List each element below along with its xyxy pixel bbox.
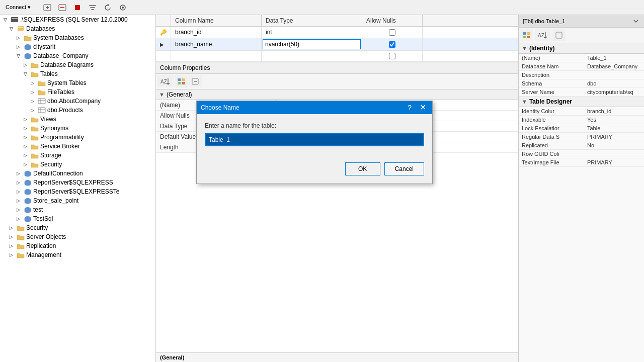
system-databases-expand[interactable]: ▷	[14, 34, 22, 42]
right-sort-button[interactable]: AZ	[535, 29, 551, 41]
sidebar-item-tables[interactable]: ▽ Tables	[0, 69, 155, 78]
citystarit-expand[interactable]: ▷	[14, 43, 22, 51]
new-connection-button[interactable]	[41, 2, 54, 13]
tables-expand[interactable]: ▽	[21, 70, 29, 78]
storage-expand[interactable]: ▷	[21, 151, 29, 159]
reportserver2-expand[interactable]: ▷	[14, 188, 22, 196]
dialog-help-button[interactable]: ?	[408, 104, 412, 112]
folder-icon-management	[17, 251, 25, 258]
sidebar-item-security-root[interactable]: ▷ Security	[0, 223, 155, 232]
root-server-item[interactable]: ▽ .\SQLEXPRESS (SQL Server 12.0.2000	[0, 15, 155, 24]
properties-dropdown-icon[interactable]	[632, 17, 640, 25]
right-props-row-db-name: Database Nam Database_Company	[519, 62, 644, 71]
sidebar-item-test[interactable]: ▷ test	[0, 205, 155, 214]
properties-button[interactable]	[116, 2, 129, 13]
row3-type-cell[interactable]	[262, 51, 362, 61]
sidebar-item-storage[interactable]: ▷ Storage	[0, 151, 155, 160]
dbo-aboutcompany-expand[interactable]: ▷	[28, 97, 36, 105]
right-val-db-name: Database_Company	[584, 62, 644, 70]
row3-allow-nulls-checkbox[interactable]	[389, 53, 395, 59]
row3-null-cell[interactable]	[362, 51, 423, 61]
sidebar-item-citystarit[interactable]: ▷ citystarit	[0, 42, 155, 51]
right-val-text-image: PRIMARY	[584, 158, 644, 166]
sidebar-item-views[interactable]: ▷ Views	[0, 115, 155, 124]
refresh-button[interactable]	[101, 2, 114, 13]
sidebar-item-dbo-aboutcompany[interactable]: ▷ dbo.AboutCompany	[0, 97, 155, 106]
file-tables-expand[interactable]: ▷	[28, 88, 36, 96]
identity-section-header[interactable]: ▼ (Identity)	[519, 43, 644, 54]
row2-null-cell[interactable]	[362, 38, 423, 50]
disconnect-button[interactable]	[56, 2, 69, 13]
replication-expand[interactable]: ▷	[7, 242, 15, 250]
props-sort-alpha-button[interactable]: AZ	[157, 75, 174, 87]
sidebar-item-databases-label: Databases	[26, 25, 55, 32]
row3-name-cell[interactable]	[171, 51, 262, 61]
general-section-header[interactable]: ▼ (General)	[156, 89, 518, 100]
table-icon-aboutcompany	[38, 98, 46, 105]
table-designer-section-header[interactable]: ▼ Table Designer	[519, 97, 644, 107]
sidebar-item-reportserver1[interactable]: ▷ ReportServer$SQLEXPRESS	[0, 178, 155, 187]
sidebar-item-dbo-products[interactable]: ▷ dbo.Products	[0, 106, 155, 115]
sidebar-item-replication[interactable]: ▷ Replication	[0, 241, 155, 250]
sidebar-item-programmability[interactable]: ▷ Programmability	[0, 133, 155, 142]
db-diagrams-expand[interactable]: ▷	[21, 61, 29, 69]
row2-type-cell[interactable]	[262, 38, 362, 50]
sidebar-item-file-tables[interactable]: ▷ FileTables	[0, 87, 155, 97]
programmability-expand[interactable]: ▷	[21, 133, 29, 141]
row2-data-type-input[interactable]	[263, 39, 361, 49]
sidebar-item-service-broker[interactable]: ▷ Service Broker	[0, 142, 155, 151]
sidebar-item-management[interactable]: ▷ Management	[0, 250, 155, 259]
sidebar-item-reportserver2[interactable]: ▷ ReportServer$SQLEXPRESSTe	[0, 187, 155, 196]
security-root-expand[interactable]: ▷	[7, 224, 15, 232]
store-sale-expand[interactable]: ▷	[14, 197, 22, 205]
props-extra-button[interactable]	[189, 75, 202, 87]
sidebar-item-db-diagrams[interactable]: ▷ Database Diagrams	[0, 60, 155, 69]
props-categorized-button[interactable]	[175, 75, 188, 87]
sidebar-item-synonyms[interactable]: ▷ Synonyms	[0, 124, 155, 133]
default-connection-expand[interactable]: ▷	[14, 169, 22, 177]
dialog-label-text: Enter a name for the table:	[205, 122, 424, 129]
svg-rect-11	[38, 99, 45, 104]
row2-column-name: branch_name	[175, 41, 212, 48]
filter-button[interactable]	[86, 2, 99, 13]
security-db-expand[interactable]: ▷	[21, 160, 29, 168]
synonyms-expand[interactable]: ▷	[21, 124, 29, 132]
sidebar-item-system-databases[interactable]: ▷ System Databases	[0, 33, 155, 42]
table-name-input[interactable]	[205, 133, 424, 146]
dialog-close-button[interactable]: ✕	[418, 104, 428, 112]
testsql-expand[interactable]: ▷	[14, 215, 22, 223]
service-broker-expand[interactable]: ▷	[21, 142, 29, 150]
dialog-ok-button[interactable]: OK	[345, 162, 380, 175]
databases-expand[interactable]: ▽	[7, 25, 15, 33]
test-expand[interactable]: ▷	[14, 206, 22, 214]
dbo-products-expand[interactable]: ▷	[28, 106, 36, 114]
sidebar-item-server-objects[interactable]: ▷ Server Objects	[0, 232, 155, 241]
row1-allow-nulls-checkbox[interactable]	[389, 29, 395, 36]
row2-allow-nulls-checkbox[interactable]	[389, 41, 395, 48]
sidebar-item-database-company[interactable]: ▽ Database_Company	[0, 51, 155, 60]
sidebar-item-testsql[interactable]: ▷ TestSql	[0, 214, 155, 223]
row1-name-cell[interactable]: branch_id	[171, 27, 262, 38]
root-expand[interactable]: ▽	[1, 16, 9, 24]
sidebar-item-store-sale-point[interactable]: ▷ Store_sale_point	[0, 196, 155, 205]
views-expand[interactable]: ▷	[21, 115, 29, 123]
sidebar-item-security-db[interactable]: ▷ Security	[0, 160, 155, 169]
sidebar-item-databases[interactable]: ▽ Databases	[0, 24, 155, 33]
sidebar-item-default-connection[interactable]: ▷ DefaultConnection	[0, 169, 155, 178]
system-tables-expand[interactable]: ▷	[28, 79, 36, 87]
row1-null-cell[interactable]	[362, 27, 423, 38]
reportserver1-expand[interactable]: ▷	[14, 178, 22, 187]
database-company-expand[interactable]: ▽	[14, 52, 22, 60]
connect-button[interactable]: Connect ▾	[3, 3, 33, 12]
right-categorize-button[interactable]	[520, 29, 533, 41]
right-extra-button[interactable]	[552, 29, 566, 41]
management-expand[interactable]: ▷	[7, 251, 15, 259]
right-val-indexable: Yes	[584, 116, 644, 124]
server-objects-expand[interactable]: ▷	[7, 233, 15, 241]
sidebar-item-system-tables[interactable]: ▷ System Tables	[0, 78, 155, 87]
dialog-cancel-button[interactable]: Cancel	[384, 162, 424, 175]
column-properties-tab[interactable]: Column Properties	[156, 62, 518, 74]
stop-button[interactable]	[71, 2, 84, 13]
row1-type-cell[interactable]: int	[262, 27, 362, 38]
row2-name-cell[interactable]: branch_name	[171, 38, 262, 50]
